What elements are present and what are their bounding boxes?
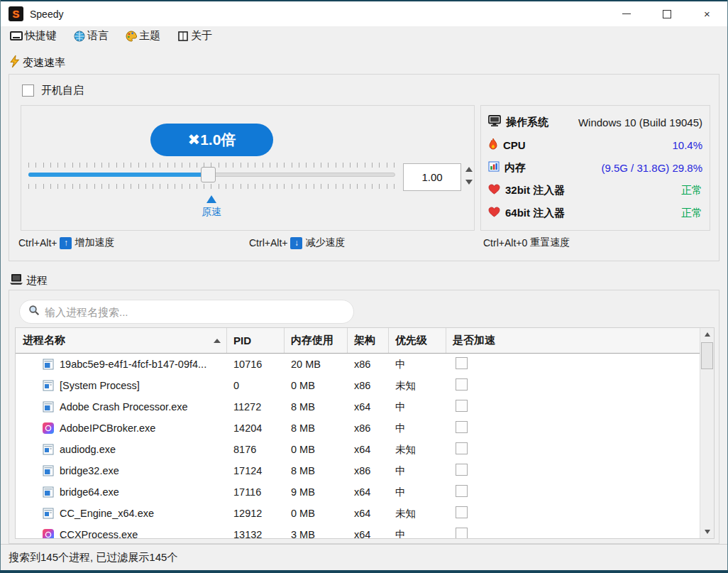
column-label: 内存使用 bbox=[291, 334, 333, 347]
laptop-icon bbox=[9, 273, 23, 288]
process-pid: 11272 bbox=[227, 401, 285, 413]
accelerate-checkbox[interactable] bbox=[456, 378, 468, 391]
table-row[interactable]: [System Process] 0 0 MB x86 未知 bbox=[16, 375, 714, 396]
menu-bar: 快捷键 语言 主题 关于 bbox=[1, 26, 727, 45]
speed-groupbox: 开机自启 ✖1.0倍 原速 操作系统 Windows 10 (Build 190… bbox=[9, 74, 719, 261]
table-row[interactable]: 19abc5e9-e4f1-4fcf-b147-09f4... 10716 20… bbox=[16, 354, 714, 375]
column-header-memory[interactable]: 内存使用 bbox=[285, 328, 348, 353]
table-scrollbar[interactable] bbox=[700, 328, 714, 538]
os-label: 操作系统 bbox=[506, 116, 548, 129]
app-icon bbox=[43, 401, 54, 413]
accelerate-checkbox[interactable] bbox=[456, 421, 468, 433]
column-header-pid[interactable]: PID bbox=[227, 328, 285, 353]
hotkey-decrease-speed: Ctrl+Alt+ ↓ 减少速度 bbox=[249, 236, 345, 249]
fire-icon bbox=[488, 138, 498, 153]
window-controls: × bbox=[606, 1, 727, 26]
hotkey-reset-speed: Ctrl+Alt+0 重置速度 bbox=[483, 236, 570, 249]
column-header-name[interactable]: 进程名称 bbox=[16, 328, 227, 353]
menu-item-hotkeys[interactable]: 快捷键 bbox=[10, 29, 57, 43]
info-row-os: 操作系统 Windows 10 (Build 19045) bbox=[488, 111, 702, 133]
palette-icon bbox=[126, 31, 137, 42]
heart-icon bbox=[488, 184, 500, 197]
process-pid: 0 bbox=[227, 380, 285, 391]
accelerate-checkbox[interactable] bbox=[456, 506, 468, 518]
table-row[interactable]: bridge64.exe 17116 9 MB x64 中 bbox=[16, 481, 714, 503]
process-pid: 8176 bbox=[227, 444, 285, 455]
autostart-checkbox-row[interactable]: 开机自启 bbox=[22, 84, 84, 97]
hotkey-action: 减少速度 bbox=[305, 236, 345, 249]
slider-fill bbox=[28, 173, 204, 177]
menu-item-label: 主题 bbox=[139, 29, 160, 43]
process-name: CCXProcess.exe bbox=[60, 529, 138, 539]
table-row[interactable]: Adobe Crash Processor.exe 11272 8 MB x64… bbox=[16, 396, 714, 418]
heart-icon bbox=[488, 207, 500, 219]
accelerate-checkbox[interactable] bbox=[456, 528, 468, 539]
accelerate-checkbox[interactable] bbox=[456, 357, 468, 369]
hotkey-increase-speed: Ctrl+Alt+ ↑ 增加速度 bbox=[18, 236, 114, 249]
process-priority: 中 bbox=[389, 422, 446, 435]
maximize-button[interactable] bbox=[646, 1, 687, 26]
process-priority: 未知 bbox=[389, 379, 446, 393]
accelerate-checkbox[interactable] bbox=[456, 442, 468, 454]
process-section-header: 进程 bbox=[9, 273, 48, 288]
scrollbar-down-button[interactable] bbox=[700, 525, 715, 538]
speed-multiplier-button[interactable]: ✖1.0倍 bbox=[150, 124, 273, 156]
column-header-priority[interactable]: 优先级 bbox=[389, 328, 446, 353]
maximize-icon bbox=[663, 10, 671, 18]
process-name: bridge64.exe bbox=[60, 486, 119, 498]
accelerate-checkbox[interactable] bbox=[456, 485, 468, 497]
table-row[interactable]: AdobeIPCBroker.exe 14204 8 MB x86 中 bbox=[16, 418, 714, 439]
slider-panel: ✖1.0倍 原速 bbox=[21, 105, 475, 231]
table-row[interactable]: CC_Engine_x64.exe 12912 0 MB x64 未知 bbox=[16, 503, 714, 524]
process-search-box[interactable] bbox=[19, 300, 354, 324]
hotkey-action: 增加速度 bbox=[75, 236, 114, 249]
hotkey-prefix: Ctrl+Alt+0 bbox=[483, 237, 527, 249]
spinner-up-icon[interactable] bbox=[465, 167, 473, 172]
table-row[interactable]: audiodg.exe 8176 0 MB x64 未知 bbox=[16, 439, 714, 460]
info-row-memory: 内存 (9.5G / 31.8G) 29.8% bbox=[488, 156, 702, 179]
lightning-icon bbox=[9, 55, 20, 70]
globe-icon bbox=[74, 31, 85, 42]
process-groupbox: 进程名称 PID 内存使用 架构 优先级 是否加速 19abc5e9-e4f1-… bbox=[9, 290, 719, 544]
minimize-button[interactable] bbox=[606, 1, 646, 26]
menu-item-about[interactable]: 关于 bbox=[177, 29, 212, 43]
process-arch: x64 bbox=[348, 508, 389, 519]
scrollbar-thumb[interactable] bbox=[701, 342, 713, 369]
spinner-down-icon[interactable] bbox=[465, 180, 473, 185]
process-memory: 8 MB bbox=[285, 465, 348, 476]
speed-section-title: 变速速率 bbox=[23, 56, 65, 70]
process-priority: 中 bbox=[389, 486, 446, 499]
column-label: 优先级 bbox=[395, 334, 427, 347]
window-frame-left bbox=[0, 0, 1, 573]
close-button[interactable]: × bbox=[687, 1, 727, 26]
autostart-checkbox[interactable] bbox=[22, 84, 34, 97]
table-row[interactable]: CCXProcess.exe 13132 3 MB x64 中 bbox=[16, 524, 714, 539]
column-header-accelerate[interactable]: 是否加速 bbox=[446, 328, 714, 353]
process-pid: 12912 bbox=[227, 508, 285, 519]
column-header-arch[interactable]: 架构 bbox=[348, 328, 389, 353]
accelerate-checkbox[interactable] bbox=[456, 464, 468, 476]
app-icon bbox=[43, 508, 54, 519]
scrollbar-up-button[interactable] bbox=[700, 328, 715, 341]
info-row-cpu: CPU 10.4% bbox=[488, 133, 702, 156]
origin-speed-marker: 原速 bbox=[190, 195, 233, 219]
injector32-label: 32bit 注入器 bbox=[505, 184, 565, 197]
accelerate-checkbox[interactable] bbox=[456, 400, 468, 412]
process-table: 进程名称 PID 内存使用 架构 优先级 是否加速 19abc5e9-e4f1-… bbox=[15, 327, 715, 539]
slider-ticks-bottom bbox=[28, 184, 395, 189]
speed-section-header: 变速速率 bbox=[9, 55, 65, 70]
slider-handle[interactable] bbox=[201, 167, 216, 182]
process-memory: 0 MB bbox=[285, 508, 348, 519]
process-priority: 中 bbox=[389, 358, 446, 371]
status-text: 搜索到145个进程, 已过滤展示145个 bbox=[9, 551, 177, 564]
process-arch: x64 bbox=[348, 401, 389, 413]
menu-item-language[interactable]: 语言 bbox=[74, 29, 109, 43]
table-row[interactable]: bridge32.exe 17124 8 MB x86 中 bbox=[16, 460, 714, 481]
process-section-title: 进程 bbox=[26, 274, 48, 288]
column-label: PID bbox=[233, 334, 251, 346]
search-input[interactable] bbox=[45, 306, 345, 318]
process-arch: x64 bbox=[348, 444, 389, 455]
menu-item-theme[interactable]: 主题 bbox=[126, 29, 160, 43]
app-icon bbox=[43, 486, 54, 498]
speed-value-input[interactable] bbox=[403, 163, 461, 191]
